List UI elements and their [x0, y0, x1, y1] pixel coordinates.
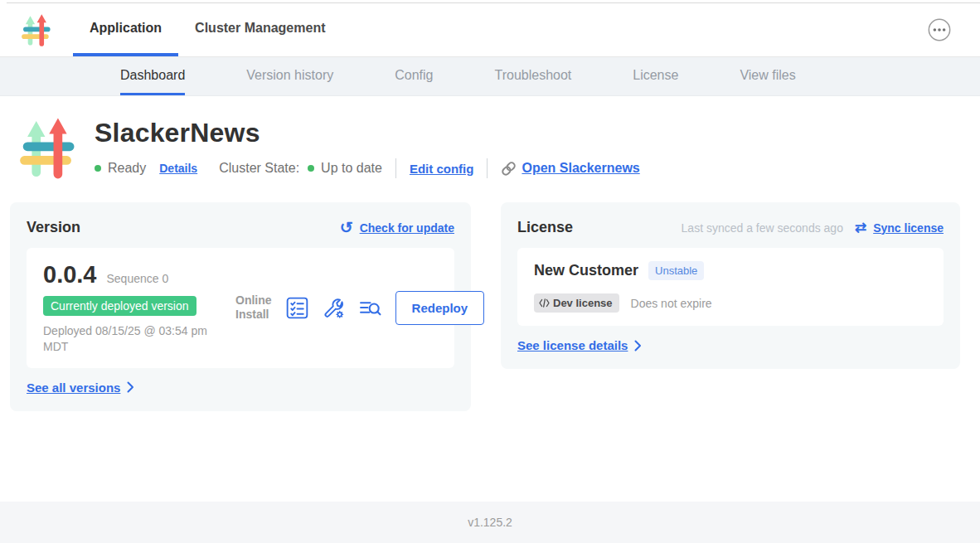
more-menu-icon[interactable] [927, 17, 952, 42]
edit-config-link[interactable]: Edit config [410, 162, 474, 176]
version-sequence: Sequence 0 [107, 272, 169, 285]
main-nav: Application Cluster Management [73, 3, 342, 56]
license-expiry: Does not expire [631, 297, 712, 310]
chevron-right-icon [634, 340, 642, 351]
status-details-link[interactable]: Details [159, 162, 197, 175]
config-wrench-icon[interactable] [323, 297, 345, 319]
subnav-tab-version-history[interactable]: Version history [246, 57, 333, 95]
subnav-tab-view-files[interactable]: View files [740, 57, 795, 95]
dashboard-cards: Version ↺ Check for update 0.0.4 Sequenc… [0, 179, 980, 411]
console-footer: v1.125.2 [0, 502, 980, 543]
main-header: Application Cluster Management [0, 3, 980, 57]
subnav-tab-dashboard[interactable]: Dashboard [120, 57, 185, 95]
version-number: 0.0.4 [43, 261, 97, 288]
deployed-timestamp: Deployed 08/15/25 @ 03:54 pm MDT [43, 323, 224, 355]
see-all-versions-link[interactable]: See all versions [27, 381, 120, 395]
app-status-row: Ready Details Cluster State: Up to date … [95, 158, 640, 178]
customer-name: New Customer [534, 262, 638, 279]
tab-cluster-management[interactable]: Cluster Management [178, 3, 342, 56]
app-logo-icon [20, 13, 53, 46]
slackernews-logo [17, 116, 80, 179]
sync-icon: ⇄ [855, 221, 866, 235]
app-subnav: Dashboard Version history Config Trouble… [0, 57, 980, 96]
license-card: License Last synced a few seconds ago ⇄ … [501, 202, 960, 369]
subnav-tab-config[interactable]: Config [395, 57, 433, 95]
cluster-state-text: Up to date [321, 161, 382, 176]
license-last-synced: Last synced a few seconds ago [682, 221, 843, 235]
console-version: v1.125.2 [468, 516, 512, 529]
open-app-link[interactable]: Open Slackernews [522, 161, 639, 176]
see-license-details-link[interactable]: See license details [517, 338, 628, 352]
header-spacer [342, 3, 927, 56]
check-for-update-link[interactable]: Check for update [360, 221, 454, 235]
divider [487, 158, 488, 178]
divider [395, 158, 396, 178]
view-diff-icon[interactable] [359, 297, 381, 319]
redeploy-button[interactable]: Redeploy [395, 291, 485, 325]
current-version-panel: 0.0.4 Sequence 0 Currently deployed vers… [27, 248, 454, 368]
app-status-text: Ready [108, 161, 146, 176]
cluster-state-label: Cluster State: [219, 161, 299, 176]
license-details-panel: New Customer Unstable Dev license [517, 248, 944, 326]
page-title: SlackerNews [95, 118, 640, 148]
version-card-title: Version [27, 219, 80, 236]
app-heading-section: SlackerNews Ready Details Cluster State:… [0, 96, 980, 179]
link-icon [501, 161, 517, 177]
admin-console-page: Application Cluster Management Dashboard… [0, 0, 980, 543]
channel-badge: Unstable [648, 261, 704, 280]
tab-application[interactable]: Application [73, 3, 178, 56]
version-card: Version ↺ Check for update 0.0.4 Sequenc… [10, 202, 471, 411]
license-card-title: License [517, 219, 573, 236]
code-icon [539, 298, 550, 308]
preflight-checks-icon[interactable] [286, 297, 308, 319]
deployed-badge: Currently deployed version [43, 296, 196, 316]
cluster-state-dot [308, 165, 314, 172]
app-ready-dot [95, 165, 101, 172]
install-type-label: Online Install [235, 293, 272, 322]
sync-license-link[interactable]: Sync license [873, 221, 944, 235]
subnav-tab-troubleshoot[interactable]: Troubleshoot [494, 57, 571, 95]
license-type-badge: Dev license [534, 293, 619, 313]
chevron-right-icon [127, 381, 134, 393]
refresh-icon: ↺ [340, 220, 353, 235]
subnav-tab-license[interactable]: License [633, 57, 678, 95]
